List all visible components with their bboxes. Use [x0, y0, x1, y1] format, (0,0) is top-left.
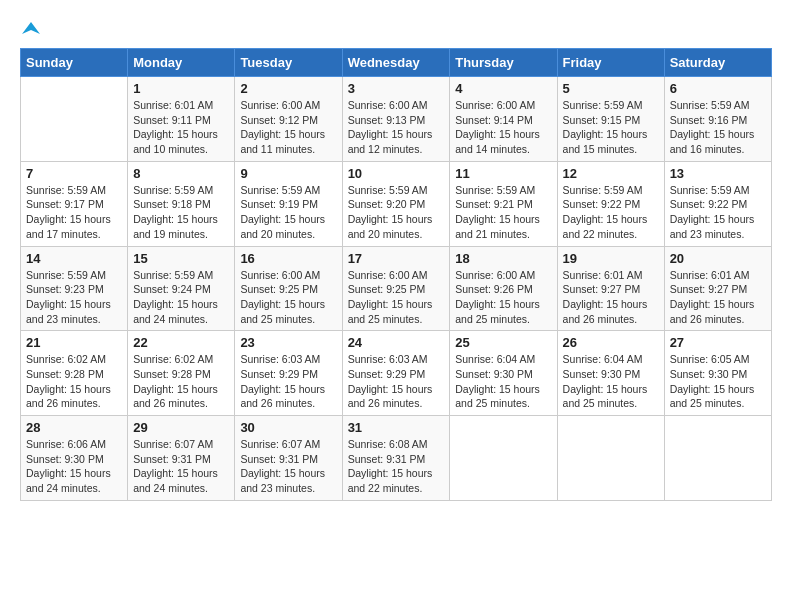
day-number: 3: [348, 81, 445, 96]
calendar-cell: 14Sunrise: 5:59 AM Sunset: 9:23 PM Dayli…: [21, 246, 128, 331]
column-header-tuesday: Tuesday: [235, 49, 342, 77]
day-number: 8: [133, 166, 229, 181]
calendar-week-row: 14Sunrise: 5:59 AM Sunset: 9:23 PM Dayli…: [21, 246, 772, 331]
calendar-cell: [557, 416, 664, 501]
calendar-cell: 23Sunrise: 6:03 AM Sunset: 9:29 PM Dayli…: [235, 331, 342, 416]
calendar-cell: 29Sunrise: 6:07 AM Sunset: 9:31 PM Dayli…: [128, 416, 235, 501]
day-info: Sunrise: 6:04 AM Sunset: 9:30 PM Dayligh…: [563, 352, 659, 411]
day-number: 22: [133, 335, 229, 350]
calendar-cell: 15Sunrise: 5:59 AM Sunset: 9:24 PM Dayli…: [128, 246, 235, 331]
column-header-friday: Friday: [557, 49, 664, 77]
day-number: 1: [133, 81, 229, 96]
day-number: 27: [670, 335, 766, 350]
day-info: Sunrise: 6:08 AM Sunset: 9:31 PM Dayligh…: [348, 437, 445, 496]
day-number: 11: [455, 166, 551, 181]
logo: [20, 20, 40, 38]
day-number: 25: [455, 335, 551, 350]
day-number: 28: [26, 420, 122, 435]
calendar-header-row: SundayMondayTuesdayWednesdayThursdayFrid…: [21, 49, 772, 77]
calendar-week-row: 28Sunrise: 6:06 AM Sunset: 9:30 PM Dayli…: [21, 416, 772, 501]
day-number: 17: [348, 251, 445, 266]
day-info: Sunrise: 5:59 AM Sunset: 9:18 PM Dayligh…: [133, 183, 229, 242]
calendar-cell: 6Sunrise: 5:59 AM Sunset: 9:16 PM Daylig…: [664, 77, 771, 162]
calendar-cell: [664, 416, 771, 501]
day-number: 5: [563, 81, 659, 96]
day-info: Sunrise: 5:59 AM Sunset: 9:15 PM Dayligh…: [563, 98, 659, 157]
day-info: Sunrise: 5:59 AM Sunset: 9:24 PM Dayligh…: [133, 268, 229, 327]
day-number: 14: [26, 251, 122, 266]
day-info: Sunrise: 6:00 AM Sunset: 9:26 PM Dayligh…: [455, 268, 551, 327]
calendar-cell: 9Sunrise: 5:59 AM Sunset: 9:19 PM Daylig…: [235, 161, 342, 246]
day-number: 16: [240, 251, 336, 266]
day-number: 18: [455, 251, 551, 266]
day-number: 29: [133, 420, 229, 435]
calendar-cell: 31Sunrise: 6:08 AM Sunset: 9:31 PM Dayli…: [342, 416, 450, 501]
calendar-cell: 11Sunrise: 5:59 AM Sunset: 9:21 PM Dayli…: [450, 161, 557, 246]
calendar-cell: 13Sunrise: 5:59 AM Sunset: 9:22 PM Dayli…: [664, 161, 771, 246]
day-info: Sunrise: 6:03 AM Sunset: 9:29 PM Dayligh…: [240, 352, 336, 411]
day-number: 4: [455, 81, 551, 96]
day-info: Sunrise: 5:59 AM Sunset: 9:21 PM Dayligh…: [455, 183, 551, 242]
day-info: Sunrise: 6:00 AM Sunset: 9:14 PM Dayligh…: [455, 98, 551, 157]
day-number: 10: [348, 166, 445, 181]
column-header-thursday: Thursday: [450, 49, 557, 77]
day-info: Sunrise: 6:05 AM Sunset: 9:30 PM Dayligh…: [670, 352, 766, 411]
day-info: Sunrise: 5:59 AM Sunset: 9:20 PM Dayligh…: [348, 183, 445, 242]
calendar-cell: 18Sunrise: 6:00 AM Sunset: 9:26 PM Dayli…: [450, 246, 557, 331]
calendar-cell: 19Sunrise: 6:01 AM Sunset: 9:27 PM Dayli…: [557, 246, 664, 331]
calendar-cell: 25Sunrise: 6:04 AM Sunset: 9:30 PM Dayli…: [450, 331, 557, 416]
calendar-week-row: 7Sunrise: 5:59 AM Sunset: 9:17 PM Daylig…: [21, 161, 772, 246]
day-info: Sunrise: 6:04 AM Sunset: 9:30 PM Dayligh…: [455, 352, 551, 411]
calendar-cell: 24Sunrise: 6:03 AM Sunset: 9:29 PM Dayli…: [342, 331, 450, 416]
day-number: 23: [240, 335, 336, 350]
calendar-cell: 8Sunrise: 5:59 AM Sunset: 9:18 PM Daylig…: [128, 161, 235, 246]
day-info: Sunrise: 5:59 AM Sunset: 9:22 PM Dayligh…: [563, 183, 659, 242]
column-header-sunday: Sunday: [21, 49, 128, 77]
logo-bird-icon: [22, 20, 40, 38]
calendar-cell: 10Sunrise: 5:59 AM Sunset: 9:20 PM Dayli…: [342, 161, 450, 246]
calendar-cell: 3Sunrise: 6:00 AM Sunset: 9:13 PM Daylig…: [342, 77, 450, 162]
day-info: Sunrise: 6:02 AM Sunset: 9:28 PM Dayligh…: [133, 352, 229, 411]
day-info: Sunrise: 6:07 AM Sunset: 9:31 PM Dayligh…: [240, 437, 336, 496]
column-header-wednesday: Wednesday: [342, 49, 450, 77]
calendar-cell: 12Sunrise: 5:59 AM Sunset: 9:22 PM Dayli…: [557, 161, 664, 246]
day-number: 6: [670, 81, 766, 96]
calendar-cell: 30Sunrise: 6:07 AM Sunset: 9:31 PM Dayli…: [235, 416, 342, 501]
calendar-cell: 27Sunrise: 6:05 AM Sunset: 9:30 PM Dayli…: [664, 331, 771, 416]
day-number: 9: [240, 166, 336, 181]
day-number: 13: [670, 166, 766, 181]
day-number: 19: [563, 251, 659, 266]
calendar-cell: 2Sunrise: 6:00 AM Sunset: 9:12 PM Daylig…: [235, 77, 342, 162]
day-info: Sunrise: 6:00 AM Sunset: 9:13 PM Dayligh…: [348, 98, 445, 157]
calendar-cell: 17Sunrise: 6:00 AM Sunset: 9:25 PM Dayli…: [342, 246, 450, 331]
calendar-cell: 1Sunrise: 6:01 AM Sunset: 9:11 PM Daylig…: [128, 77, 235, 162]
calendar-cell: 22Sunrise: 6:02 AM Sunset: 9:28 PM Dayli…: [128, 331, 235, 416]
svg-marker-0: [22, 22, 40, 34]
calendar-cell: 26Sunrise: 6:04 AM Sunset: 9:30 PM Dayli…: [557, 331, 664, 416]
day-info: Sunrise: 6:03 AM Sunset: 9:29 PM Dayligh…: [348, 352, 445, 411]
day-number: 31: [348, 420, 445, 435]
day-info: Sunrise: 6:00 AM Sunset: 9:25 PM Dayligh…: [348, 268, 445, 327]
calendar-cell: 16Sunrise: 6:00 AM Sunset: 9:25 PM Dayli…: [235, 246, 342, 331]
day-number: 12: [563, 166, 659, 181]
day-info: Sunrise: 6:01 AM Sunset: 9:11 PM Dayligh…: [133, 98, 229, 157]
day-info: Sunrise: 5:59 AM Sunset: 9:22 PM Dayligh…: [670, 183, 766, 242]
day-number: 7: [26, 166, 122, 181]
day-info: Sunrise: 6:06 AM Sunset: 9:30 PM Dayligh…: [26, 437, 122, 496]
calendar-cell: [450, 416, 557, 501]
day-info: Sunrise: 5:59 AM Sunset: 9:17 PM Dayligh…: [26, 183, 122, 242]
calendar-week-row: 21Sunrise: 6:02 AM Sunset: 9:28 PM Dayli…: [21, 331, 772, 416]
day-number: 2: [240, 81, 336, 96]
calendar-week-row: 1Sunrise: 6:01 AM Sunset: 9:11 PM Daylig…: [21, 77, 772, 162]
column-header-saturday: Saturday: [664, 49, 771, 77]
calendar-cell: 20Sunrise: 6:01 AM Sunset: 9:27 PM Dayli…: [664, 246, 771, 331]
day-info: Sunrise: 6:07 AM Sunset: 9:31 PM Dayligh…: [133, 437, 229, 496]
calendar-cell: 7Sunrise: 5:59 AM Sunset: 9:17 PM Daylig…: [21, 161, 128, 246]
day-info: Sunrise: 6:02 AM Sunset: 9:28 PM Dayligh…: [26, 352, 122, 411]
day-info: Sunrise: 6:00 AM Sunset: 9:12 PM Dayligh…: [240, 98, 336, 157]
day-number: 26: [563, 335, 659, 350]
day-info: Sunrise: 5:59 AM Sunset: 9:16 PM Dayligh…: [670, 98, 766, 157]
day-number: 21: [26, 335, 122, 350]
day-info: Sunrise: 5:59 AM Sunset: 9:23 PM Dayligh…: [26, 268, 122, 327]
day-number: 30: [240, 420, 336, 435]
